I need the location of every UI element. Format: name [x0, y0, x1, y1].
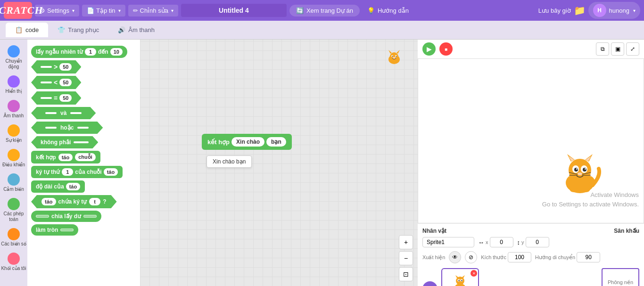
or-right-input[interactable]	[77, 127, 89, 129]
length-val[interactable]: táo	[66, 183, 81, 190]
canvas-combine-block[interactable]: kết hợp Xin chào bạn	[202, 134, 292, 150]
svg-marker-2	[388, 50, 392, 54]
folder-button[interactable]: 📁	[574, 5, 586, 16]
and-left-input[interactable]	[45, 112, 57, 114]
save-button[interactable]: Lưu bây giờ	[538, 7, 571, 14]
svg-point-11	[569, 159, 591, 181]
project-title-input[interactable]	[181, 4, 287, 17]
greater-left-input[interactable]	[41, 66, 52, 68]
greater-block[interactable]: > 50	[31, 60, 81, 74]
script-canvas[interactable]: kết hợp Xin chào bạn Xin chào bạn + − ⊡	[140, 40, 418, 286]
equal-left-input[interactable]	[41, 97, 52, 99]
greater-right-input[interactable]: 50	[59, 63, 72, 71]
username-label: hunong	[609, 7, 629, 14]
random-from-input[interactable]: 1	[85, 48, 96, 56]
mod-right-input[interactable]	[83, 215, 97, 218]
length-block[interactable]: độ dài của táo	[31, 180, 85, 193]
random-block[interactable]: lấy ngẫu nhiên từ 1 đến 10	[31, 46, 127, 58]
char-at-block[interactable]: ký tự thứ 1 của chuỗi táo	[31, 166, 123, 178]
avatar: H	[593, 4, 606, 17]
not-input[interactable]	[74, 141, 89, 143]
motion-label: Chuyển động	[0, 58, 27, 70]
less-block[interactable]: < 50	[31, 76, 81, 89]
sidebar-item-control[interactable]: Điều khiển	[0, 147, 27, 170]
zoom-out-button[interactable]: −	[399, 251, 413, 265]
random-to-input[interactable]: 10	[110, 48, 123, 56]
guide-button[interactable]: 💡 Hướng dẫn	[363, 5, 413, 16]
mod-left-input[interactable]	[36, 215, 49, 218]
char-of-val[interactable]: táo	[104, 168, 118, 176]
fit-button[interactable]: ⊡	[399, 267, 413, 281]
background-label: Phông nền	[608, 279, 633, 286]
green-flag-button[interactable]: ▶	[422, 42, 436, 56]
canvas-combine-block-group[interactable]: kết hợp Xin chào bạn Xin chào bạn	[202, 134, 292, 150]
zoom-in-button[interactable]: +	[399, 235, 413, 249]
sidebar-item-sensing[interactable]: Cảm biến	[0, 172, 27, 194]
tab-costume[interactable]: 👕 Trang phục	[48, 23, 108, 37]
costume-icon: 👕	[58, 26, 65, 33]
fullscreen-button[interactable]: ⤢	[626, 42, 639, 56]
less-left-input[interactable]	[41, 82, 52, 83]
or-block[interactable]: hoặc	[31, 122, 103, 134]
size-input[interactable]	[508, 252, 531, 262]
combine-palette-arg1[interactable]: táo	[58, 154, 73, 161]
mod-block[interactable]: chia lấy dư	[31, 211, 101, 222]
chevron-down-icon: ▾	[118, 8, 121, 13]
equal-block[interactable]: = 50	[31, 91, 81, 105]
user-menu[interactable]: H hunong ▾	[588, 2, 640, 19]
view-project-button[interactable]: 🔄 Xem trang Dự án	[289, 5, 360, 16]
equal-op: =	[54, 94, 58, 102]
sidebar-item-events[interactable]: Sự kiện	[0, 123, 27, 145]
sidebar-item-sound[interactable]: Âm thanh	[0, 98, 27, 121]
sprite-section-label: Nhân vật	[422, 228, 446, 234]
canvas-combine-input2[interactable]: bạn	[266, 137, 286, 147]
sidebar-item-looks[interactable]: Hiển thị	[0, 74, 27, 96]
contains-val[interactable]: táo	[41, 198, 56, 205]
settings-menu[interactable]: ⚙ Settings ▾	[35, 5, 79, 16]
delete-sprite-button[interactable]: ✕	[471, 270, 477, 277]
normal-stage-button[interactable]: ▣	[611, 42, 624, 56]
svg-marker-3	[396, 50, 400, 54]
and-right-input[interactable]	[70, 112, 82, 114]
sensing-dot	[8, 173, 20, 186]
contains-block[interactable]: táo chứa ký tự t ?	[31, 195, 117, 208]
stage-thumbnail[interactable]: Phông nền	[602, 268, 639, 286]
less-right-input[interactable]: 50	[59, 79, 72, 86]
sprite1-card[interactable]: Sprite1 ✕	[441, 268, 479, 286]
contains-char[interactable]: t	[89, 198, 100, 205]
scratch-logo[interactable]: SCRATCH	[4, 2, 32, 19]
sidebar-item-motion[interactable]: Chuyển động	[0, 43, 27, 72]
file-menu[interactable]: 📄 Tập tin ▾	[82, 5, 125, 16]
stop-button[interactable]: ■	[439, 42, 453, 56]
sidebar-item-my-blocks[interactable]: Khối của tôi	[0, 251, 27, 273]
and-block[interactable]: và	[31, 107, 96, 119]
combine-palette-block[interactable]: kết hợp táo chuỗi	[31, 151, 100, 163]
svg-point-31	[455, 284, 465, 286]
not-block[interactable]: không phải	[31, 136, 98, 148]
control-label: Điều khiển	[2, 162, 25, 168]
equal-right-input[interactable]: 50	[59, 94, 72, 102]
tab-sound[interactable]: 🔊 Âm thanh	[108, 23, 164, 37]
hide-button[interactable]: ⊘	[465, 251, 477, 263]
x-coord-input[interactable]	[490, 237, 513, 247]
collapse-stage-button[interactable]: ⧉	[596, 42, 609, 56]
x-label: x	[486, 239, 488, 245]
show-button[interactable]: 👁	[449, 251, 461, 263]
y-coord-input[interactable]	[526, 237, 549, 247]
or-left-input[interactable]	[45, 127, 57, 129]
stage-section-label: Sân khấu	[614, 228, 639, 234]
canvas-combine-input1[interactable]: Xin chào	[231, 137, 264, 147]
char-at-num[interactable]: 1	[62, 168, 73, 176]
direction-input[interactable]	[577, 252, 600, 262]
combine-palette-arg2[interactable]: chuỗi	[75, 153, 96, 161]
add-sprite-button[interactable]: +	[422, 281, 438, 286]
edit-menu[interactable]: ✏ Chỉnh sửa ▾	[128, 5, 178, 16]
round-input[interactable]	[60, 229, 74, 231]
sidebar-item-operators[interactable]: Các phép toán	[0, 196, 27, 224]
sidebar-item-variables[interactable]: Các biến số	[0, 226, 27, 249]
round-block[interactable]: làm tròn	[31, 224, 78, 236]
sprite-name-input[interactable]	[422, 237, 474, 247]
project-icon: 🔄	[296, 7, 304, 14]
tab-code[interactable]: 📋 code	[6, 23, 48, 37]
contains-q: ?	[103, 198, 106, 205]
